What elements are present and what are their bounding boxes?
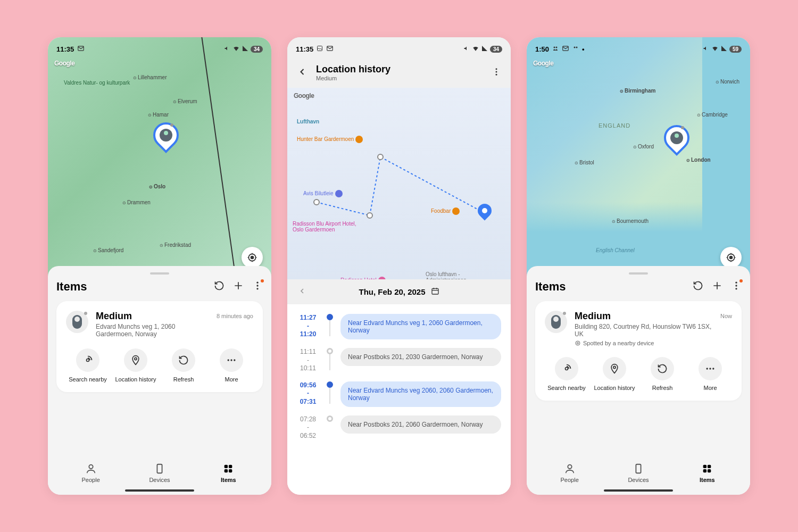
nav-people[interactable]: People [56,463,125,483]
sheet-handle[interactable] [150,272,169,275]
sheet-title: Items [56,280,87,294]
locate-button[interactable] [720,247,742,268]
svg-point-42 [712,368,714,369]
item-card[interactable]: Medium Edvard Munchs veg 1, 2060 Garderm… [56,301,263,392]
add-icon[interactable] [712,280,722,293]
svg-rect-12 [157,464,162,473]
map-label-bristol: Bristol [575,160,594,165]
battery: 59 [729,46,742,53]
locate-button[interactable] [242,247,263,268]
svg-point-10 [234,359,235,361]
svg-point-35 [735,288,737,289]
map-label-cambridge: Cambridge [697,112,728,118]
status-bar: 11:35 34 [48,40,271,57]
svg-rect-46 [708,465,711,468]
add-icon[interactable] [233,280,244,293]
item-card[interactable]: Medium Building 820, Courtney Rd, Hounsl… [535,301,742,401]
more-button[interactable]: More [688,357,732,391]
map[interactable]: Google Birmingham Norwich Cambridge ENGL… [527,37,750,277]
date-selector[interactable]: Thu, Feb 20, 2025 [287,279,511,304]
map-label-fredrikstad: Fredrikstad [160,242,191,248]
svg-point-19 [496,68,497,70]
svg-point-30 [576,46,578,48]
svg-point-4 [256,285,258,286]
route-path [287,88,511,279]
svg-rect-44 [636,464,641,473]
header-title: Location history [316,64,483,75]
more-button[interactable]: More [210,348,253,383]
location-history-button[interactable]: Location history [114,348,157,383]
refresh-button[interactable]: Refresh [162,348,205,383]
wifi-icon [232,45,240,54]
map-label-elverum: Elverum [173,98,197,104]
svg-point-23 [367,213,372,218]
gmail-icon [77,45,85,54]
svg-point-8 [228,359,229,361]
battery: 34 [490,46,502,53]
home-indicator[interactable] [125,489,194,492]
map-label-england: ENGLAND [598,122,630,129]
tracker-pin[interactable] [664,125,689,155]
tracker-pin[interactable] [153,122,179,152]
refresh-icon[interactable] [693,280,703,293]
map-label-bournemouth: Bournemouth [612,218,649,224]
history-entry[interactable]: 11:27-11:20 Near Edvard Munchs veg 1, 20… [297,310,501,344]
wifi-icon [472,45,479,54]
map-label-oxford: Oxford [633,144,654,149]
sheet-title: Items [535,280,566,294]
svg-point-34 [735,285,737,286]
search-nearby-button[interactable]: Search nearby [66,348,110,383]
items-sheet: Items Medium Edvard Munchs veg 1, 2060 G… [48,266,271,495]
svg-rect-15 [225,469,228,472]
search-nearby-button[interactable]: Search nearby [545,357,588,391]
history-map[interactable]: Google Lufthavn Hunter Bar Gardermoen Av… [287,88,511,279]
sheet-handle[interactable] [629,272,648,275]
home-indicator[interactable] [604,489,673,492]
nav-items[interactable]: Items [194,463,263,483]
svg-rect-13 [225,465,228,468]
phone-screen-3: 1:50 • 59 Google Birmingham Norwich Camb… [527,37,750,495]
svg-point-36 [577,343,579,344]
more-icon[interactable] [492,67,501,79]
dot-icon: • [582,45,585,53]
item-name: Medium [575,311,713,322]
nav-devices[interactable]: Devices [125,463,194,483]
more-icon[interactable] [252,280,263,293]
nav-people[interactable]: People [535,463,604,483]
svg-point-40 [706,368,708,369]
back-icon[interactable] [297,66,307,79]
refresh-icon[interactable] [214,280,225,293]
battery: 34 [251,46,263,53]
map-label-london: London [686,157,711,163]
gmail-icon [562,45,569,54]
date-label: Thu, Feb 20, 2025 [359,287,425,296]
signal-icon [721,45,727,53]
svg-rect-16 [229,469,232,472]
map-label-channel: English Channel [596,247,635,253]
location-history-button[interactable]: Location history [593,357,636,391]
history-entry[interactable]: 09:56-07:31 Near Edvard Munchs veg 2060,… [297,377,501,411]
more-icon[interactable] [731,280,742,293]
bottom-nav: People Devices Items [56,455,263,487]
prev-day-icon[interactable] [298,287,306,297]
history-entry[interactable]: 07:28-06:52 Near Postboks 201, 2060 Gard… [297,411,501,445]
map-label-park: Valdres Natur- og kulturpark [64,80,130,86]
refresh-button[interactable]: Refresh [641,357,684,391]
nav-items[interactable]: Items [673,463,742,483]
status-bar: 11:35 34 [287,40,511,57]
svg-point-20 [496,71,497,72]
nav-devices[interactable]: Devices [604,463,672,483]
svg-point-29 [574,46,576,48]
calendar-icon[interactable] [431,287,439,297]
map[interactable]: Google Valdres Natur- og kulturpark Lill… [48,37,271,277]
teams-icon [572,45,579,53]
map-label-norwich: Norwich [716,79,739,85]
history-entry[interactable]: 11:11-10:11 Near Postboks 201, 2030 Gard… [297,344,501,377]
svg-point-9 [230,359,232,361]
tracker-avatar [66,311,88,333]
svg-point-24 [378,154,383,160]
svg-rect-25 [432,288,438,294]
svg-point-33 [735,282,737,284]
svg-point-21 [496,73,497,75]
clock: 1:50 [535,45,549,53]
